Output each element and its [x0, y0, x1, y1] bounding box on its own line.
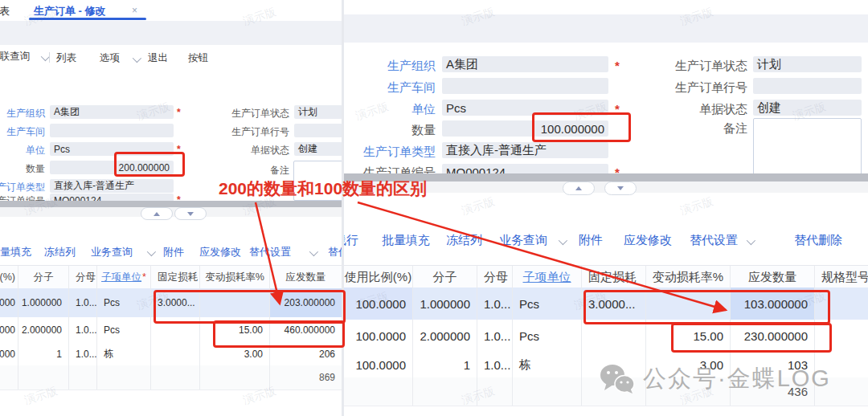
- unit-field[interactable]: Pcs: [50, 142, 174, 156]
- col-usage-ratio[interactable]: 使用比例(%): [344, 266, 412, 288]
- order-line-no-field[interactable]: [294, 124, 342, 137]
- col-usage-ratio[interactable]: 使用比例(%): [0, 266, 18, 288]
- table-cell[interactable]: [150, 317, 199, 342]
- table-cell[interactable]: 100.0000: [344, 320, 412, 352]
- order-type-field[interactable]: 直接入库-普通生产: [50, 179, 174, 193]
- table-cell[interactable]: 2.000000: [412, 320, 477, 352]
- order-status-field[interactable]: 计划: [294, 105, 342, 119]
- toolbar-substitute-delete[interactable]: 替代删除: [328, 245, 342, 259]
- menu-item-exit[interactable]: 退出: [148, 51, 168, 65]
- unit-field[interactable]: Pcs: [442, 100, 608, 116]
- col-denominator[interactable]: 分母: [68, 266, 96, 288]
- col-child-unit[interactable]: 子项单位*: [96, 266, 150, 288]
- toolbar-substitute-setting[interactable]: 替代设置: [249, 245, 291, 259]
- table-cell[interactable]: [814, 288, 868, 320]
- order-line-no-field[interactable]: [753, 78, 862, 94]
- toolbar-business-query[interactable]: 业务查询: [499, 233, 547, 248]
- table-cell[interactable]: [814, 320, 868, 352]
- col-variable-loss-rate[interactable]: 变动损耗率%: [199, 266, 269, 288]
- table-cell[interactable]: 1.0...: [68, 317, 96, 342]
- table-cell[interactable]: [581, 320, 645, 352]
- close-icon[interactable]: ×: [132, 5, 137, 16]
- col-fixed-loss[interactable]: 固定损耗: [581, 266, 645, 288]
- menu-item-linked-query[interactable]: 关联查询: [0, 50, 47, 64]
- table-cell[interactable]: 100.0000: [344, 352, 412, 377]
- table-cell[interactable]: 230.000000: [730, 320, 814, 352]
- table-cell[interactable]: 栋: [96, 342, 150, 365]
- workshop-field[interactable]: [50, 124, 174, 137]
- menu-item-list[interactable]: 列表: [56, 51, 76, 65]
- table-row[interactable]: 100.0000 1.000000 1.0... Pcs 3.0000... 2…: [0, 288, 342, 318]
- col-numerator[interactable]: 分子: [412, 266, 477, 288]
- col-fixed-loss[interactable]: 固定损耗: [150, 266, 199, 288]
- table-cell[interactable]: 100.0000: [344, 288, 412, 320]
- toolbar-attachment[interactable]: 附件: [579, 233, 603, 248]
- toolbar-freeze-column[interactable]: 冻结列: [446, 233, 482, 248]
- toolbar-issue-modify[interactable]: 应发修改: [624, 233, 672, 248]
- col-issue-qty[interactable]: 应发数量: [730, 266, 814, 288]
- table-cell[interactable]: 203.000000: [269, 288, 342, 317]
- col-child-unit[interactable]: 子项单位: [512, 266, 581, 288]
- toolbar-issue-modify[interactable]: 应发修改: [199, 245, 241, 259]
- table-cell[interactable]: 1.000000: [18, 288, 68, 317]
- table-row[interactable]: 100.0000 2.000000 1.0... Pcs 15.00 460.0…: [0, 317, 342, 343]
- org-field[interactable]: A集团: [50, 105, 174, 119]
- table-cell[interactable]: 3.0000...: [581, 288, 645, 320]
- org-field[interactable]: A集团: [442, 56, 608, 72]
- table-cell[interactable]: 100.0000: [0, 317, 18, 342]
- table-cell[interactable]: 206: [269, 342, 342, 365]
- toolbar-batch-fill[interactable]: 批量填充: [382, 233, 430, 248]
- qty-field[interactable]: 200.000000: [50, 161, 174, 174]
- table-cell[interactable]: [199, 288, 269, 317]
- table-cell[interactable]: [645, 288, 730, 320]
- menu-item-button[interactable]: 按钮: [188, 51, 208, 65]
- splitter-bar[interactable]: [0, 201, 342, 207]
- table-row[interactable]: 100.0000 1.000000 1.0... Pcs 3.0000... 1…: [344, 288, 868, 320]
- table-cell[interactable]: 15.00: [199, 317, 269, 342]
- col-spec-model[interactable]: 规格型号: [814, 266, 868, 288]
- order-type-field[interactable]: 直接入库-普通生产: [442, 142, 608, 158]
- qty-field[interactable]: 100.000000: [442, 120, 608, 137]
- table-cell[interactable]: 1.0...: [68, 288, 96, 317]
- tab-production-order-modify[interactable]: 生产订单 - 修改: [34, 4, 106, 18]
- table-cell[interactable]: 100.0000: [0, 342, 18, 365]
- memo-field[interactable]: [753, 118, 862, 175]
- table-cell[interactable]: 100.0000: [0, 288, 18, 317]
- collapse-up-button[interactable]: [141, 207, 173, 220]
- table-cell[interactable]: 1.0...: [477, 352, 512, 377]
- table-cell[interactable]: 15.00: [645, 320, 730, 352]
- table-row[interactable]: 100.0000 2.000000 1.0... Pcs 15.00 230.0…: [344, 320, 868, 353]
- table-cell[interactable]: 103.000000: [730, 288, 814, 320]
- table-cell[interactable]: 3.00: [199, 342, 269, 365]
- table-cell[interactable]: 460.000000: [269, 317, 342, 342]
- tab-list[interactable]: 列表: [0, 4, 14, 18]
- collapse-up-button[interactable]: [563, 181, 595, 195]
- col-denominator[interactable]: 分母: [477, 266, 512, 288]
- table-cell[interactable]: [150, 342, 199, 365]
- table-cell[interactable]: Pcs: [512, 288, 581, 320]
- table-row[interactable]: 100.0000 1 1.0... 栋 3.00 206: [0, 342, 342, 366]
- collapse-down-button[interactable]: [604, 181, 637, 195]
- workshop-field[interactable]: [442, 78, 608, 94]
- table-cell[interactable]: 1.0...: [68, 342, 96, 365]
- menu-item-options[interactable]: 选项: [100, 51, 120, 65]
- table-cell[interactable]: 栋: [512, 352, 581, 377]
- table-cell[interactable]: 3.0000...: [150, 288, 199, 317]
- table-cell[interactable]: 2.000000: [18, 317, 68, 342]
- order-status-field[interactable]: 计划: [753, 56, 862, 72]
- toolbar-substitute-setting[interactable]: 替代设置: [690, 233, 738, 248]
- col-numerator[interactable]: 分子: [18, 266, 68, 288]
- table-cell[interactable]: 1.0...: [477, 288, 512, 320]
- table-cell[interactable]: 1: [18, 342, 68, 365]
- toolbar-batch-fill[interactable]: 批量填充: [0, 245, 37, 259]
- toolbar-partial-row-action[interactable]: 线行: [344, 233, 371, 249]
- toolbar-attachment[interactable]: 附件: [163, 245, 184, 259]
- table-cell[interactable]: 1: [412, 352, 477, 377]
- doc-status-field[interactable]: 创建: [294, 142, 342, 156]
- toolbar-business-query[interactable]: 业务查询: [91, 245, 133, 259]
- table-cell[interactable]: Pcs: [96, 317, 150, 342]
- col-issue-qty[interactable]: 应发数量: [269, 266, 342, 288]
- toolbar-substitute-delete[interactable]: 替代删除: [794, 233, 842, 248]
- table-cell[interactable]: 1.000000: [412, 288, 477, 320]
- doc-status-field[interactable]: 创建: [753, 100, 862, 116]
